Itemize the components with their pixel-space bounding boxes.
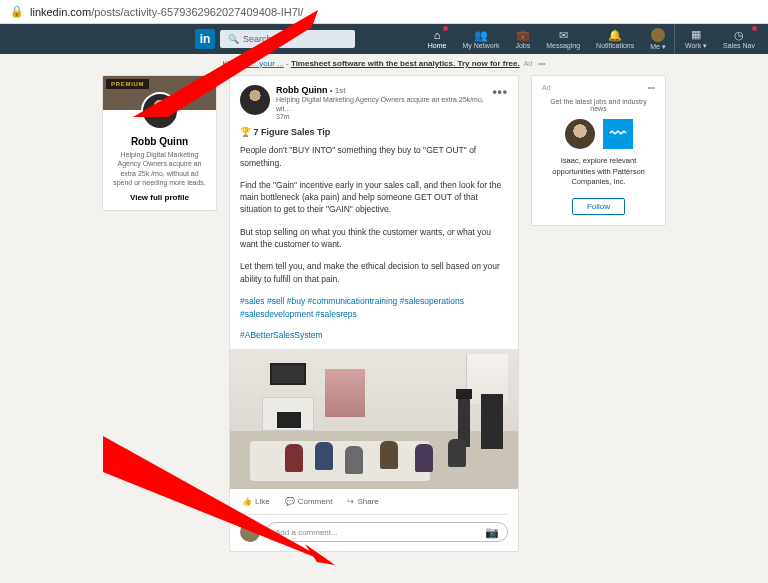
profile-card: PREMIUM Robb Quinn Helping Digital Marke… xyxy=(102,75,217,211)
post-card: Robb Quinn • 1st Helping Digital Marketi… xyxy=(229,75,519,552)
comment-placeholder: Add a comment... xyxy=(275,528,338,537)
comment-button[interactable]: 💬Comment xyxy=(285,497,333,506)
post-hashtags[interactable]: #sales #sell #buy #communicationtraining… xyxy=(240,295,508,341)
jobs-icon: 💼 xyxy=(516,29,530,41)
grid-icon: ▦ xyxy=(691,29,701,41)
ad-menu-icon[interactable]: ••• xyxy=(648,84,655,91)
nav-jobs-label: Jobs xyxy=(515,42,530,49)
nav-network-label: My Network xyxy=(462,42,499,49)
nav-messaging[interactable]: ✉Messaging xyxy=(538,24,588,54)
nav-jobs[interactable]: 💼Jobs xyxy=(507,24,538,54)
ad-text: Isaac, explore relevant opportunities wi… xyxy=(542,156,655,188)
notification-dot xyxy=(752,26,757,31)
ad-subtitle: Get the latest jobs and industry news xyxy=(542,98,655,112)
share-icon: ↪ xyxy=(347,497,354,506)
sponsored-banner[interactable]: KPIs to ... your ... - Timesheet softwar… xyxy=(0,54,768,73)
sponsored-lead[interactable]: KPIs to ... your ... xyxy=(222,59,283,68)
profile-name[interactable]: Robb Quinn xyxy=(103,136,216,147)
commenter-avatar xyxy=(240,522,260,542)
view-full-profile[interactable]: View full profile xyxy=(103,193,216,202)
sponsored-text[interactable]: Timesheet software with the best analyti… xyxy=(291,59,520,68)
ad-menu[interactable]: ••• xyxy=(536,60,545,67)
nav-me-label: Me xyxy=(650,43,660,50)
profile-headline: Helping Digital Marketing Agency Owners … xyxy=(103,150,216,188)
messaging-icon: ✉ xyxy=(559,29,568,41)
compass-icon: ◷ xyxy=(734,29,744,41)
search-placeholder: Search xyxy=(243,34,272,44)
nav-me[interactable]: Me ▾ xyxy=(642,24,674,54)
home-icon: ⌂ xyxy=(434,29,441,41)
lock-icon: 🔒 xyxy=(10,5,24,18)
ad-card: Ad ••• Get the latest jobs and industry … xyxy=(531,75,666,226)
nav-work-label: Work xyxy=(685,42,701,49)
network-icon: 👥 xyxy=(474,29,488,41)
nav-network[interactable]: 👥My Network xyxy=(454,24,507,54)
ad-company-logo[interactable]: 〰 xyxy=(603,119,633,149)
post-body: People don't "BUY INTO" something they b… xyxy=(240,144,508,285)
nav-sales-label: Sales Nav xyxy=(723,42,755,49)
search-icon: 🔍 xyxy=(228,34,239,44)
camera-icon[interactable]: 📷 xyxy=(485,526,499,539)
nav-work[interactable]: ▦Work ▾ xyxy=(674,24,715,54)
url-path: /posts/activity-6579362962027409408-IH7l… xyxy=(91,6,303,18)
ad-tag: Ad xyxy=(524,60,533,67)
topnav: in 🔍 Search ⌂Home 👥My Network 💼Jobs ✉Mes… xyxy=(0,24,768,54)
ad-label: Ad xyxy=(542,84,551,91)
post-author[interactable]: Robb Quinn • 1st xyxy=(276,85,492,95)
post-actions: 👍Like 💬Comment ↪Share xyxy=(240,489,508,515)
like-button[interactable]: 👍Like xyxy=(242,497,270,506)
like-icon: 👍 xyxy=(242,497,252,506)
premium-badge: PREMIUM xyxy=(106,79,149,89)
follow-button[interactable]: Follow xyxy=(572,198,625,215)
linkedin-logo[interactable]: in xyxy=(195,29,215,49)
bell-icon: 🔔 xyxy=(608,29,622,41)
ad-user-avatar xyxy=(565,119,595,149)
url-bar[interactable]: 🔒 linkedin.com/posts/activity-6579362962… xyxy=(0,0,768,24)
nav-home-label: Home xyxy=(428,42,447,49)
url-host: linkedin.com xyxy=(30,6,91,18)
post-menu[interactable]: ••• xyxy=(492,85,508,99)
post-time: 37m xyxy=(276,113,492,120)
post-author-headline: Helping Digital Marketing Agency Owners … xyxy=(276,95,492,113)
comment-input[interactable]: Add a comment... 📷 xyxy=(266,522,508,542)
nav-notifications[interactable]: 🔔Notifications xyxy=(588,24,642,54)
notification-dot xyxy=(443,26,448,31)
post-image[interactable] xyxy=(230,349,518,489)
post-title: 🏆 7 Figure Sales Tip xyxy=(240,127,508,137)
nav-home[interactable]: ⌂Home xyxy=(420,24,455,54)
share-button[interactable]: ↪Share xyxy=(347,497,378,506)
nav-sales[interactable]: ◷Sales Nav xyxy=(715,24,763,54)
comment-icon: 💬 xyxy=(285,497,295,506)
search-input[interactable]: 🔍 Search xyxy=(220,30,355,48)
nav-messaging-label: Messaging xyxy=(546,42,580,49)
profile-avatar[interactable] xyxy=(141,92,179,130)
post-author-avatar[interactable] xyxy=(240,85,270,115)
avatar xyxy=(651,28,665,42)
nav-notifications-label: Notifications xyxy=(596,42,634,49)
